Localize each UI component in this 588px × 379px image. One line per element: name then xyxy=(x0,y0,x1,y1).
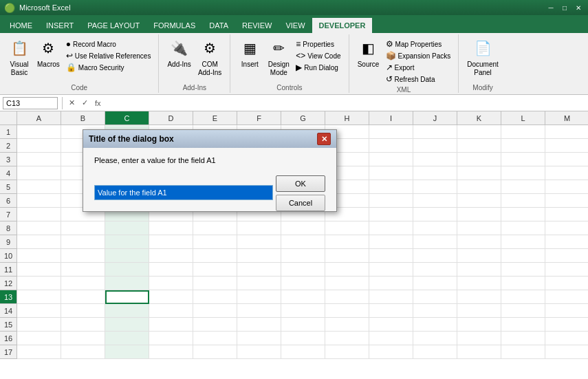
code-group-label: Code xyxy=(71,83,87,91)
record-macro-label: Record Macro xyxy=(73,41,116,48)
run-dialog-btn[interactable]: ▶ Run Dialog xyxy=(294,62,342,73)
relative-references-btn[interactable]: ↩ Use Relative References xyxy=(64,50,153,61)
properties-icon: ≡ xyxy=(296,39,301,49)
tab-view[interactable]: VIEW xyxy=(279,18,312,33)
properties-label: Properties xyxy=(303,41,334,48)
ribbon-group-code: 📋 VisualBasic ⚙ Macros ● Record Macro ↩ … xyxy=(0,34,159,93)
com-icon: ⚙ xyxy=(199,37,221,59)
modify-group-label: Modify xyxy=(472,83,492,91)
ribbon-tabs: HOME INSERT PAGE LAYOUT FORMULAS DATA RE… xyxy=(0,15,588,33)
add-ins-btn[interactable]: 🔌 Add-Ins xyxy=(164,36,193,70)
ribbon-group-addins: 🔌 Add-Ins ⚙ COMAdd-Ins Add-Ins xyxy=(159,34,230,93)
dialog-body: Please, enter a value for the field A1 O… xyxy=(83,148,336,211)
source-btn[interactable]: ◧ Source xyxy=(355,36,382,70)
title-bar: 🟢 Microsoft Excel ─ □ ✕ xyxy=(0,0,588,15)
dialog-input[interactable] xyxy=(94,185,273,200)
relative-icon: ↩ xyxy=(66,51,73,61)
refresh-data-btn[interactable]: ↺ Refresh Data xyxy=(384,74,453,85)
xml-group-label: XML xyxy=(397,85,411,94)
dialog-buttons: OK Cancel xyxy=(276,175,325,211)
expansion-icon: 📦 xyxy=(386,51,396,61)
design-icon: ✏ xyxy=(268,37,290,59)
view-code-icon: <> xyxy=(296,51,305,61)
macros-icon: ⚙ xyxy=(37,37,59,59)
expansion-packs-label: Expansion Packs xyxy=(398,52,451,60)
export-label: Export xyxy=(395,64,415,72)
add-ins-icon: 🔌 xyxy=(168,37,190,59)
close-btn[interactable]: ✕ xyxy=(573,3,584,12)
run-dialog-label: Run Dialog xyxy=(304,64,338,72)
export-btn[interactable]: ↗ Export xyxy=(384,62,453,73)
insert-icon: ▦ xyxy=(239,37,261,59)
tab-formulas[interactable]: FORMULAS xyxy=(146,18,202,33)
ribbon-group-modify: 📄 DocumentPanel Modify xyxy=(459,34,507,93)
tab-developer[interactable]: DEVELOPER xyxy=(312,18,373,33)
ribbon: 📋 VisualBasic ⚙ Macros ● Record Macro ↩ … xyxy=(0,33,588,95)
macros-label: Macros xyxy=(37,61,60,69)
design-mode-btn[interactable]: ✏ DesignMode xyxy=(265,36,292,78)
tab-page-layout[interactable]: PAGE LAYOUT xyxy=(80,18,146,33)
tab-data[interactable]: DATA xyxy=(202,18,235,33)
title-bar-text: Microsoft Excel xyxy=(19,3,71,12)
export-icon: ↗ xyxy=(386,63,393,72)
ribbon-group-xml: ◧ Source ⚙ Map Properties 📦 Expansion Pa… xyxy=(349,34,459,93)
tab-home[interactable]: HOME xyxy=(3,18,39,33)
document-panel-btn[interactable]: 📄 DocumentPanel xyxy=(464,36,501,78)
document-icon: 📄 xyxy=(472,37,494,59)
map-properties-btn[interactable]: ⚙ Map Properties xyxy=(384,39,453,50)
ribbon-group-controls: ▦ Insert ✏ DesignMode ≡ Properties <> Vi… xyxy=(230,34,349,93)
macro-security-btn[interactable]: 🔒 Macro Security xyxy=(64,62,153,73)
record-macro-btn[interactable]: ● Record Macro xyxy=(64,39,153,50)
macros-btn[interactable]: ⚙ Macros xyxy=(34,36,63,70)
source-icon: ◧ xyxy=(358,37,380,59)
dialog-titlebar[interactable]: Title of the dialog box ✕ xyxy=(83,130,336,148)
insert-label: Insert xyxy=(241,61,259,69)
cancel-btn[interactable]: Cancel xyxy=(276,195,325,211)
maximize-btn[interactable]: □ xyxy=(559,3,570,12)
minimize-btn[interactable]: ─ xyxy=(545,3,556,12)
view-code-btn[interactable]: <> View Code xyxy=(294,50,342,61)
refresh-icon: ↺ xyxy=(386,74,393,84)
ok-btn[interactable]: OK xyxy=(276,175,325,192)
map-props-icon: ⚙ xyxy=(386,39,393,49)
dialog-close-btn[interactable]: ✕ xyxy=(317,133,331,145)
dialog: Title of the dialog box ✕ Please, enter … xyxy=(83,129,337,212)
tab-review[interactable]: REVIEW xyxy=(235,18,279,33)
relative-label: Use Relative References xyxy=(75,52,151,60)
visual-basic-btn[interactable]: 📋 VisualBasic xyxy=(6,36,33,78)
add-ins-group-label: Add-Ins xyxy=(183,83,206,91)
refresh-data-label: Refresh Data xyxy=(395,76,435,83)
source-label: Source xyxy=(358,61,380,69)
record-icon: ● xyxy=(66,39,71,49)
map-properties-label: Map Properties xyxy=(395,41,442,48)
dialog-title: Title of the dialog box xyxy=(89,134,174,144)
run-icon: ▶ xyxy=(296,63,302,72)
document-panel-label: DocumentPanel xyxy=(467,61,499,77)
design-label: DesignMode xyxy=(268,61,290,77)
controls-group-label: Controls xyxy=(276,83,302,91)
tab-insert[interactable]: INSERT xyxy=(39,18,80,33)
add-ins-label: Add-Ins xyxy=(167,61,190,69)
dialog-overlay: Title of the dialog box ✕ Please, enter … xyxy=(0,95,588,379)
com-add-ins-btn[interactable]: ⚙ COMAdd-Ins xyxy=(195,36,224,78)
com-label: COMAdd-Ins xyxy=(198,61,221,77)
visual-basic-icon: 📋 xyxy=(8,37,30,59)
security-icon: 🔒 xyxy=(66,63,76,72)
macro-security-label: Macro Security xyxy=(78,64,124,72)
expansion-packs-btn[interactable]: 📦 Expansion Packs xyxy=(384,50,453,61)
visual-basic-label: VisualBasic xyxy=(10,61,28,77)
dialog-message: Please, enter a value for the field A1 xyxy=(94,156,325,164)
view-code-label: View Code xyxy=(307,52,340,60)
properties-btn[interactable]: ≡ Properties xyxy=(294,39,342,50)
insert-btn[interactable]: ▦ Insert xyxy=(236,36,263,70)
